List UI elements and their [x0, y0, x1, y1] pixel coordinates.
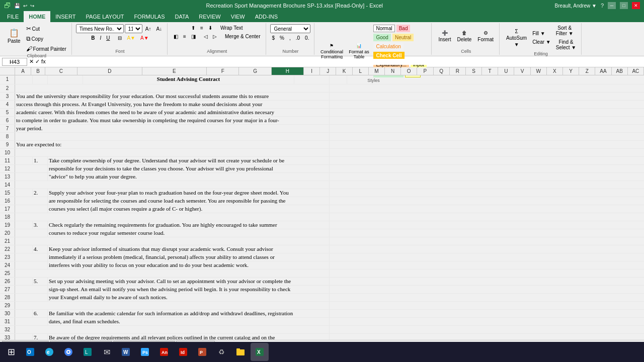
tab-insert[interactable]: INSERT	[50, 11, 80, 22]
taskbar-outlook[interactable]: O	[21, 343, 39, 361]
col-header-K[interactable]: K	[336, 67, 352, 75]
fill-color-button[interactable]: A▼	[125, 34, 137, 42]
format-painter-button[interactable]: 🖌 Format Painter	[24, 44, 68, 53]
cell-A15[interactable]	[15, 189, 33, 197]
cell-A9[interactable]: You are expected to:	[15, 141, 330, 148]
insert-btn[interactable]: ➕ Insert	[436, 24, 453, 48]
cell-A12[interactable]	[15, 165, 48, 172]
number-format-select[interactable]: General	[270, 24, 310, 33]
col-header-C[interactable]: C	[45, 67, 77, 75]
cell-A17[interactable]	[15, 205, 48, 213]
col-header-N[interactable]: N	[385, 67, 401, 75]
cell-C17[interactable]: courses you select (all major courses re…	[48, 205, 330, 213]
col-header-D[interactable]: D	[77, 67, 142, 75]
col-header-Y[interactable]: Y	[563, 67, 579, 75]
format-as-table-btn[interactable]: 📊 Format asTable	[346, 42, 372, 61]
cell-C27[interactable]: sign-up sheet. An email will notify you …	[48, 286, 330, 293]
align-middle-btn[interactable]: ≡	[198, 24, 205, 32]
cell-A28[interactable]	[15, 294, 48, 301]
cell-B1[interactable]	[33, 75, 48, 84]
cell-A31[interactable]	[15, 318, 48, 325]
increase-font-btn[interactable]: A↑	[143, 25, 153, 33]
cell-A26[interactable]	[15, 278, 33, 285]
align-center-btn[interactable]: ≡	[181, 33, 188, 40]
cell-B19[interactable]: 3.	[33, 221, 48, 229]
cell-C24[interactable]: interferes with your ability to focus on…	[48, 261, 330, 269]
cell-B22[interactable]: 4.	[33, 245, 48, 253]
col-header-R[interactable]: R	[450, 67, 466, 75]
style-neutral[interactable]: Neutral	[392, 34, 414, 41]
align-top-btn[interactable]: ⬆	[189, 24, 197, 32]
col-header-Q[interactable]: Q	[434, 67, 450, 75]
tab-file[interactable]: FILE	[2, 11, 24, 22]
start-button[interactable]: ⊞	[2, 343, 20, 361]
formula-input[interactable]	[48, 59, 642, 65]
autosum-btn[interactable]: Σ AutoSum ▼	[504, 26, 529, 50]
style-good[interactable]: Good	[373, 34, 390, 41]
cell-A8[interactable]	[15, 133, 330, 140]
col-header-S[interactable]: S	[466, 67, 482, 75]
merge-center-btn[interactable]: Merge & Center	[223, 33, 263, 40]
tab-formulas[interactable]: FORMULAS	[129, 11, 170, 22]
decrease-decimal-btn[interactable]: 0.	[303, 34, 311, 42]
cell-A20[interactable]	[15, 229, 48, 237]
taskbar-indesign[interactable]: Id	[174, 343, 192, 361]
col-header-V[interactable]: V	[514, 67, 530, 75]
align-left-btn[interactable]: ◧	[172, 33, 180, 40]
col-header-AC[interactable]: AC	[628, 67, 644, 75]
cell-B33[interactable]: 7.	[33, 334, 48, 340]
tab-page-layout[interactable]: PAGE LAYOUT	[80, 11, 129, 22]
cell-A7[interactable]: year period.	[15, 125, 330, 132]
col-header-Z[interactable]: Z	[579, 67, 595, 75]
col-header-B[interactable]: B	[31, 67, 45, 75]
cell-C20[interactable]: courses to reduce your regular semester …	[48, 229, 330, 237]
cell-C31[interactable]: dates, and final exam schedules.	[48, 318, 330, 325]
cell-A4[interactable]: success through this process. At Evangel…	[15, 101, 330, 108]
taskbar-powerpoint[interactable]: P	[193, 343, 211, 361]
clear-btn[interactable]: Clear ▼	[530, 38, 553, 46]
tab-home[interactable]: HOME	[24, 11, 50, 22]
cell-A11[interactable]	[15, 157, 33, 164]
cell-A33[interactable]	[15, 334, 33, 340]
style-calculation[interactable]: Calculation	[373, 43, 403, 50]
col-header-J[interactable]: J	[320, 67, 336, 75]
align-right-btn[interactable]: ◨	[189, 33, 198, 40]
delete-btn[interactable]: 🗑 Delete	[454, 24, 474, 48]
col-header-M[interactable]: M	[369, 67, 385, 75]
taskbar-word[interactable]: W	[117, 343, 135, 361]
style-bad[interactable]: Bad	[396, 25, 411, 32]
cell-C1[interactable]	[48, 75, 83, 84]
taskbar-files[interactable]	[231, 343, 250, 361]
cell-I1[interactable]	[294, 75, 330, 84]
wrap-text-btn[interactable]: Wrap Text	[218, 24, 245, 32]
cell-A32[interactable]	[15, 326, 330, 333]
tab-addins[interactable]: ADD-INS	[250, 11, 283, 22]
cell-A16[interactable]	[15, 197, 48, 205]
font-size-select[interactable]: 11	[125, 24, 142, 33]
paste-button[interactable]: 📋 Paste	[5, 24, 23, 48]
cell-A30[interactable]	[15, 310, 33, 317]
col-header-P[interactable]: P	[417, 67, 433, 75]
taskbar-photoshop[interactable]: Ps	[136, 343, 154, 361]
italic-button[interactable]: I	[98, 34, 103, 42]
style-normal[interactable]: Normal	[373, 25, 394, 32]
increase-decimal-btn[interactable]: .0	[294, 34, 302, 42]
cell-B30[interactable]: 6.	[33, 310, 48, 317]
cell-J1[interactable]	[330, 75, 347, 84]
tab-data[interactable]: DATA	[170, 11, 194, 22]
col-header-AA[interactable]: AA	[595, 67, 611, 75]
col-header-G[interactable]: G	[239, 67, 271, 75]
cell-C19[interactable]: Check regularly the remaining requiremen…	[48, 221, 330, 229]
taskbar-lync[interactable]: L	[78, 343, 97, 361]
cell-B11[interactable]: 1.	[33, 157, 48, 164]
col-header-X[interactable]: X	[547, 67, 563, 75]
align-bottom-btn[interactable]: ⬇	[206, 24, 214, 32]
col-header-U[interactable]: U	[498, 67, 514, 75]
cell-C12[interactable]: responsible for your decisions to take t…	[48, 165, 330, 172]
bold-button[interactable]: B	[89, 34, 97, 42]
cell-A23[interactable]	[15, 253, 48, 261]
cell-C28[interactable]: your Evangel email daily to be aware of …	[48, 294, 330, 301]
cell-C11[interactable]: Take complete ownership of your degree. …	[48, 157, 330, 164]
col-header-E[interactable]: E	[142, 67, 207, 75]
find-select-btn[interactable]: Find &Select ▼	[554, 38, 578, 51]
